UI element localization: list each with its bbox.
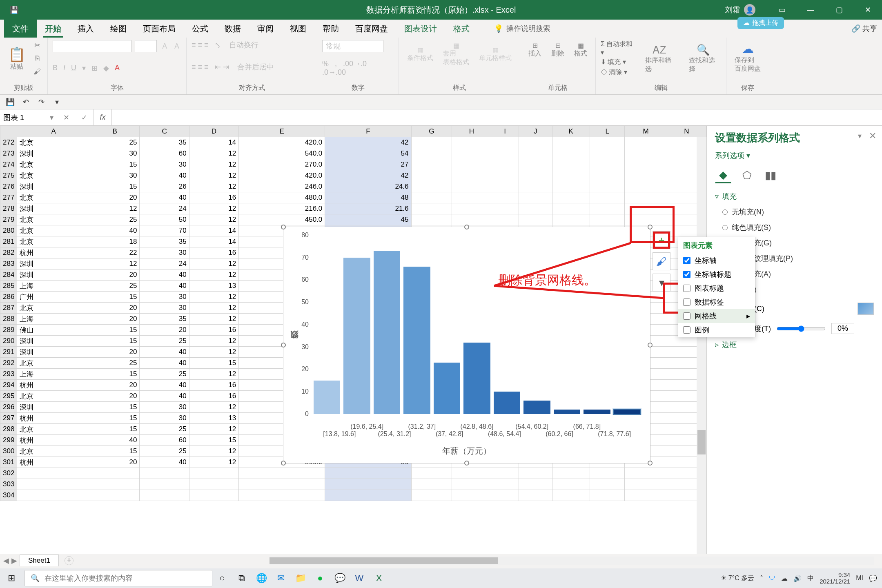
cell[interactable]: 13 (189, 413, 238, 424)
cell[interactable]: 16 (189, 325, 238, 336)
sheet-nav-prev[interactable]: ◀ (3, 556, 9, 565)
column-header[interactable]: B (90, 126, 140, 137)
cell[interactable]: 20 (90, 270, 140, 281)
row-header[interactable]: 298 (0, 424, 17, 435)
row-header[interactable]: 296 (0, 402, 17, 413)
cell[interactable] (491, 468, 519, 479)
row-header[interactable]: 273 (0, 148, 17, 159)
cell[interactable]: 16 (189, 247, 238, 258)
cell[interactable]: 12 (189, 424, 238, 435)
cell[interactable]: 14 (189, 236, 238, 247)
row-header[interactable]: 278 (0, 203, 17, 214)
cell[interactable]: 22 (90, 247, 140, 258)
cell[interactable]: 40 (140, 457, 189, 468)
row-header[interactable]: 292 (0, 358, 17, 369)
tab-help[interactable]: 帮助 (314, 20, 347, 38)
row-header[interactable]: 285 (0, 281, 17, 292)
cell[interactable] (552, 192, 590, 203)
cell[interactable] (411, 137, 452, 148)
cell[interactable]: 25 (140, 336, 189, 347)
cell[interactable]: 450.0 (239, 214, 325, 225)
cell[interactable]: 540.0 (239, 148, 325, 159)
cell[interactable] (90, 479, 140, 490)
cell[interactable]: 30 (140, 303, 189, 314)
cell[interactable]: 12 (189, 148, 238, 159)
cell[interactable]: 24 (140, 203, 189, 214)
column-header[interactable]: M (625, 126, 667, 137)
cell[interactable]: 40 (140, 192, 189, 203)
cell[interactable] (519, 479, 552, 490)
cut-icon[interactable]: ✂ (32, 40, 42, 51)
cell[interactable]: 杭州 (17, 247, 90, 258)
row-header[interactable]: 289 (0, 325, 17, 336)
cell[interactable] (189, 468, 238, 479)
cell[interactable] (411, 214, 452, 225)
checkbox[interactable] (683, 285, 690, 292)
cell[interactable] (625, 148, 667, 159)
row-header[interactable]: 299 (0, 435, 17, 446)
cell[interactable]: 12 (189, 203, 238, 214)
cell[interactable] (452, 479, 491, 490)
cloud-sync-icon[interactable]: ☁ (781, 575, 788, 582)
cell[interactable] (325, 479, 411, 490)
cell[interactable]: 深圳 (17, 402, 90, 413)
cell[interactable]: 12 (189, 292, 238, 303)
cell[interactable] (625, 159, 667, 170)
row-header[interactable]: 287 (0, 303, 17, 314)
redo-icon[interactable]: ↷ (35, 97, 47, 107)
row-header[interactable]: 280 (0, 225, 17, 236)
cell[interactable]: 35 (140, 137, 189, 148)
row-header[interactable]: 276 (0, 181, 17, 192)
row-header[interactable]: 283 (0, 258, 17, 270)
cell[interactable] (411, 181, 452, 192)
cell[interactable] (452, 181, 491, 192)
cell[interactable]: 20 (90, 391, 140, 402)
cell[interactable]: 12 (90, 203, 140, 214)
cell[interactable]: 40 (140, 358, 189, 369)
chart-bar[interactable] (403, 267, 430, 414)
row-header[interactable]: 301 (0, 457, 17, 468)
taskbar-search[interactable]: 🔍 在这里输入你要搜索的内容 (24, 570, 212, 586)
cell[interactable]: 26 (140, 181, 189, 192)
format-as-table-button[interactable]: ▦套用 表格格式 (440, 40, 472, 68)
cell[interactable]: 480.0 (239, 192, 325, 203)
cell[interactable]: 15 (189, 435, 238, 446)
cell[interactable]: 15 (90, 336, 140, 347)
cell[interactable] (452, 159, 491, 170)
chart-bar[interactable] (614, 410, 640, 414)
cell[interactable] (590, 479, 625, 490)
tab-formulas[interactable]: 公式 (184, 20, 216, 38)
cell[interactable] (625, 490, 667, 501)
cell[interactable] (17, 468, 90, 479)
cell[interactable]: 杭州 (17, 413, 90, 424)
row-header[interactable]: 288 (0, 314, 17, 325)
cell[interactable] (140, 490, 189, 501)
cell[interactable] (491, 170, 519, 181)
cell[interactable]: 北京 (17, 159, 90, 170)
tab-file[interactable]: 文件 (4, 20, 37, 38)
row-header[interactable]: 281 (0, 236, 17, 247)
ribbon-display-options[interactable]: ▭ (768, 0, 796, 20)
cell[interactable] (411, 148, 452, 159)
cell[interactable] (519, 137, 552, 148)
cell[interactable] (625, 468, 667, 479)
row-header[interactable]: 297 (0, 413, 17, 424)
cell[interactable]: 12 (189, 446, 238, 457)
cell[interactable] (411, 203, 452, 214)
save-to-baidu-button[interactable]: ☁保存到 百度网盘 (731, 40, 764, 75)
cell[interactable]: 40 (140, 347, 189, 358)
cell[interactable]: 15 (90, 402, 140, 413)
cell[interactable]: 佛山 (17, 325, 90, 336)
cell[interactable] (239, 490, 325, 501)
cell[interactable] (552, 137, 590, 148)
enter-icon[interactable]: ✓ (81, 113, 87, 122)
horizontal-scrollbar[interactable] (270, 557, 874, 565)
cell[interactable]: 北京 (17, 303, 90, 314)
cell[interactable]: 20 (90, 303, 140, 314)
chart-styles-button[interactable]: 🖌 (653, 252, 670, 270)
cell[interactable] (239, 479, 325, 490)
cell[interactable]: 20 (90, 192, 140, 203)
cell[interactable]: 30 (140, 247, 189, 258)
cancel-icon[interactable]: ✕ (63, 113, 69, 122)
vertical-scrollbar[interactable] (697, 137, 706, 555)
